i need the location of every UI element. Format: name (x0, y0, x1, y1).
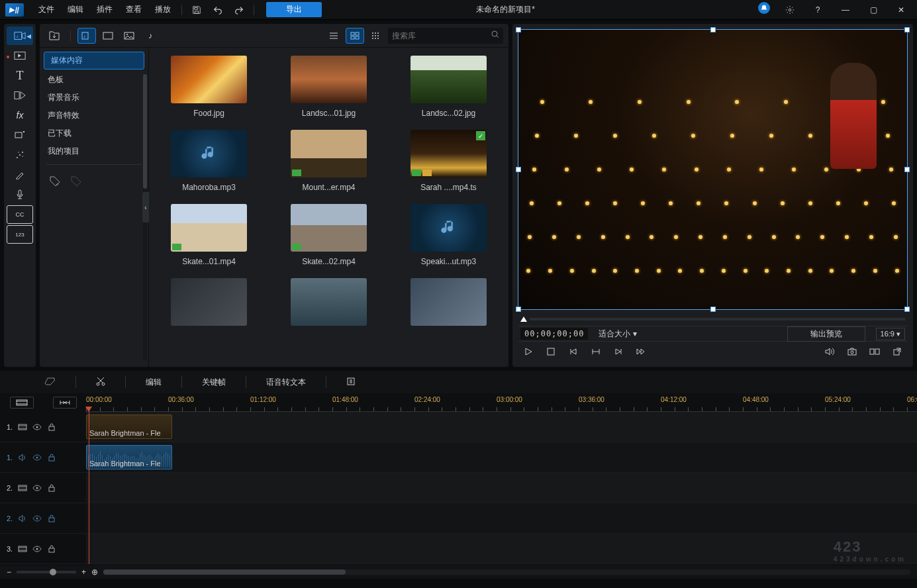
fast-forward-icon[interactable] (633, 344, 649, 360)
scrub-track[interactable] (530, 318, 905, 320)
output-preview-button[interactable]: 输出预览 (787, 326, 865, 342)
tool-title[interactable]: T (7, 66, 33, 85)
media-item[interactable]: Landsc...01.jpg (282, 56, 375, 118)
speaker-icon[interactable] (18, 514, 27, 523)
tool-media[interactable]: ♪◂ (7, 26, 33, 45)
timeline-mode-film[interactable] (10, 397, 34, 409)
aspect-ratio-button[interactable]: 16:9 ▾ (876, 328, 905, 340)
tool-chapter[interactable]: 123 (7, 225, 33, 244)
preview-scrubber[interactable] (518, 313, 908, 326)
snapshot-icon[interactable] (844, 344, 860, 360)
clip-icon[interactable] (588, 344, 604, 360)
track-lanes[interactable]: Sarah Brightman - Fle Sarah Brightman - … (86, 412, 917, 564)
play-icon[interactable] (520, 344, 536, 360)
tree-myprojects[interactable]: 我的项目 (40, 142, 148, 160)
lock-icon[interactable] (47, 453, 56, 462)
resize-handle[interactable] (516, 167, 521, 172)
media-item[interactable] (402, 278, 495, 331)
visibility-icon[interactable] (32, 453, 42, 462)
collapse-tree-icon[interactable]: ‹ (142, 192, 149, 222)
tree-sfx[interactable]: 声音特效 (40, 107, 148, 124)
tag-add-icon[interactable]: + (48, 174, 62, 189)
media-item[interactable]: Food.jpg (162, 56, 256, 118)
visibility-icon[interactable] (32, 483, 42, 493)
more-tools-icon[interactable] (340, 374, 362, 391)
menu-edit[interactable]: 编辑 (61, 4, 90, 15)
tool-fx[interactable]: fx (7, 106, 33, 124)
menu-plugin[interactable]: 插件 (90, 4, 119, 15)
film-icon[interactable] (18, 544, 27, 554)
zoom-fit-icon[interactable]: ⊕ (91, 567, 98, 577)
menu-view[interactable]: 查看 (119, 4, 148, 15)
tool-transition[interactable] (7, 86, 33, 105)
resize-handle[interactable] (904, 167, 910, 172)
help-icon[interactable]: ? (810, 2, 826, 18)
redo-icon[interactable] (231, 2, 247, 18)
timeline-hscroll[interactable] (103, 569, 910, 575)
cut-icon[interactable] (89, 374, 112, 391)
lock-icon[interactable] (47, 483, 56, 493)
timeline-mode-trim[interactable] (53, 397, 77, 409)
close-icon[interactable]: ✕ (893, 2, 909, 18)
media-item[interactable]: Skate...01.mp4 (162, 204, 256, 266)
tree-bgm[interactable]: 背景音乐 (40, 89, 148, 107)
tab-edit[interactable]: 编辑 (139, 374, 168, 391)
visibility-icon[interactable] (32, 422, 42, 432)
settings-icon[interactable] (782, 2, 798, 18)
tag-icon[interactable] (69, 174, 83, 189)
volume-icon[interactable] (822, 344, 838, 360)
media-item[interactable] (282, 278, 375, 331)
filter-image-icon[interactable] (120, 28, 138, 44)
tool-overlay[interactable] (7, 126, 33, 144)
tree-colorboard[interactable]: 色板 (40, 71, 148, 89)
fit-dropdown[interactable]: 适合大小 ▾ (593, 327, 642, 341)
timeline-ruler[interactable]: 00:00:0000:36:0001:12:0001:48:0002:24:00… (86, 393, 917, 412)
clip-audio[interactable]: Sarah Brightman - Fle (86, 445, 172, 469)
minimize-icon[interactable]: — (838, 2, 853, 18)
next-frame-icon[interactable] (610, 344, 626, 360)
tool-video[interactable] (7, 46, 33, 65)
filter-audio-icon[interactable]: ♪ (141, 28, 160, 44)
lock-icon[interactable] (47, 422, 56, 432)
filter-video-icon[interactable] (99, 28, 117, 44)
film-icon[interactable] (18, 483, 27, 493)
preview-canvas[interactable] (518, 29, 908, 310)
save-icon[interactable] (189, 2, 205, 18)
resize-handle[interactable] (904, 307, 910, 312)
zoom-slider[interactable] (17, 571, 76, 573)
prev-frame-icon[interactable] (565, 344, 581, 360)
tree-downloaded[interactable]: 已下载 (40, 124, 148, 142)
notification-icon[interactable] (758, 2, 770, 14)
maximize-icon[interactable]: ▢ (865, 2, 881, 18)
resize-handle[interactable] (904, 27, 910, 32)
timecode[interactable]: 00;00;00;00 (520, 328, 588, 340)
resize-handle[interactable] (516, 307, 521, 312)
tool-particle[interactable] (7, 146, 33, 164)
film-icon[interactable] (18, 422, 27, 432)
media-item[interactable]: Mahoroba.mp3 (162, 130, 256, 192)
dual-view-icon[interactable] (867, 344, 883, 360)
lock-icon[interactable] (47, 544, 56, 554)
import-icon[interactable] (45, 28, 64, 44)
media-item[interactable]: Mount...er.mp4 (282, 130, 375, 192)
resize-handle[interactable] (710, 27, 716, 32)
tool-draw[interactable] (7, 166, 33, 184)
speaker-icon[interactable] (18, 453, 27, 462)
lock-icon[interactable] (47, 514, 56, 523)
visibility-icon[interactable] (32, 514, 42, 523)
media-item[interactable]: ✓Sarah ....mp4.ts (402, 130, 495, 192)
view-list-icon[interactable] (324, 28, 343, 44)
scrub-handle[interactable] (520, 317, 527, 322)
search-icon[interactable] (491, 30, 499, 40)
zoom-out-icon[interactable]: − (7, 567, 11, 577)
view-grid-icon[interactable] (346, 28, 364, 44)
media-item[interactable]: Landsc...02.jpg (402, 56, 495, 118)
menu-play[interactable]: 播放 (148, 4, 177, 15)
popout-icon[interactable] (889, 344, 905, 360)
zoom-in-icon[interactable]: + (81, 567, 86, 577)
tab-speech-to-text[interactable]: 语音转文本 (260, 374, 313, 391)
media-item[interactable]: Skate...02.mp4 (282, 204, 375, 266)
tool-voiceover[interactable] (7, 185, 33, 204)
tab-keyframe[interactable]: 关键帧 (195, 374, 232, 391)
filter-video-audio-icon[interactable]: ♪ (77, 28, 96, 44)
